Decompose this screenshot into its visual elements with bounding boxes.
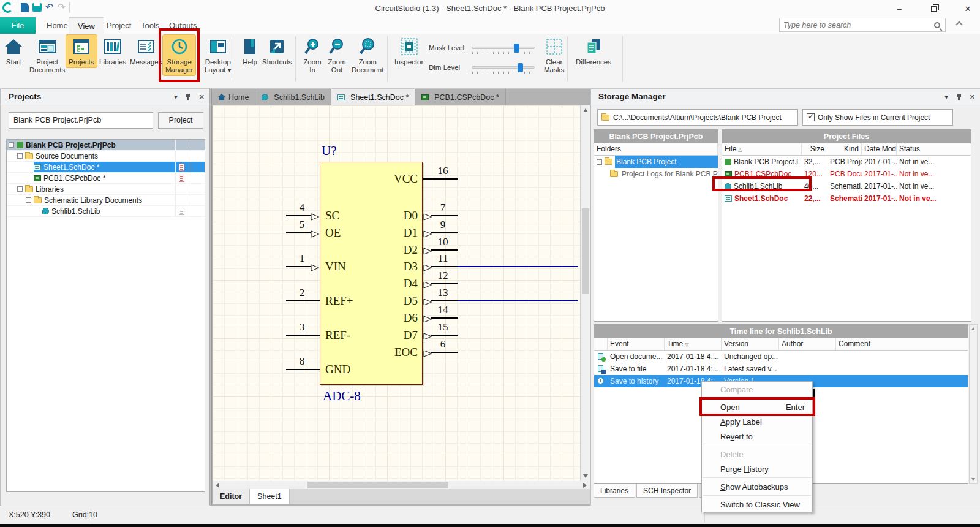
- column-kind[interactable]: Kind: [827, 143, 862, 155]
- tree-row[interactable]: Blank PCB Project.PrjPcb: [7, 140, 205, 151]
- pin-wire[interactable]: [286, 232, 312, 233]
- column-size[interactable]: Size: [802, 143, 827, 155]
- search-icon[interactable]: [934, 22, 940, 28]
- timeline-scrollbar[interactable]: [969, 324, 978, 484]
- menu-item-purge-history[interactable]: Purge History: [702, 461, 812, 476]
- net-wire[interactable]: [458, 266, 578, 267]
- project-path-bar[interactable]: C:\...\Documents\Altium\Projects\Blank P…: [597, 109, 798, 126]
- pin-wire[interactable]: [286, 300, 320, 301]
- expander-icon[interactable]: [26, 197, 31, 203]
- pin-wire[interactable]: [431, 215, 458, 216]
- tree-row[interactable]: Schlib1.SchLib: [7, 206, 205, 217]
- menu-item-apply-label[interactable]: Apply Label: [702, 414, 812, 429]
- panel-close-icon[interactable]: ✕: [199, 93, 205, 101]
- pin-wire[interactable]: [286, 215, 312, 216]
- pin-wire[interactable]: [431, 232, 458, 233]
- file-row[interactable]: Sheet1.SchDoc22,...Schemati...2017-01-..…: [722, 192, 971, 205]
- panel-close-icon[interactable]: ✕: [970, 93, 975, 101]
- scroll-down-icon[interactable]: [971, 478, 975, 481]
- tab-outputs[interactable]: Outputs: [160, 17, 206, 34]
- column-status[interactable]: Status: [897, 143, 955, 155]
- scroll-right-icon[interactable]: [583, 483, 587, 488]
- column-comment[interactable]: Comment: [836, 338, 968, 350]
- tree-row[interactable]: Source Documents: [7, 151, 205, 162]
- column-date-modified[interactable]: Date Mod...: [862, 143, 897, 155]
- file-row[interactable]: PCB1.CSPcbDoc120...PCB Docu...2017-01-..…: [722, 168, 971, 180]
- timeline-row[interactable]: Open docume...2017-01-18 4:...Unchanged …: [594, 351, 968, 363]
- tab-editor[interactable]: Editor: [213, 489, 250, 504]
- tab-file[interactable]: File: [0, 17, 36, 34]
- horizontal-scroll-thumb[interactable]: [307, 482, 448, 488]
- file-name-cell: Blank PCB Project.P...: [722, 156, 802, 168]
- scroll-down-icon[interactable]: [583, 474, 588, 478]
- column-version[interactable]: Version: [722, 338, 779, 350]
- restore-button[interactable]: [925, 2, 942, 15]
- tree-item-label: Source Documents: [36, 152, 98, 161]
- scroll-up-icon[interactable]: [971, 327, 975, 330]
- menu-item-show-autobackups[interactable]: Show Autobackups: [702, 479, 812, 494]
- close-button[interactable]: ✕: [959, 2, 976, 15]
- tree-row[interactable]: PCB1.CSPcbDoc *: [7, 173, 205, 184]
- folders-column-header[interactable]: Folders: [594, 143, 718, 155]
- project-dropdown-button[interactable]: Project: [158, 112, 203, 129]
- pin-wire[interactable]: [431, 266, 458, 267]
- column-author[interactable]: Author: [779, 338, 836, 350]
- checkbox-icon[interactable]: [807, 113, 815, 121]
- horizontal-scrollbar[interactable]: [213, 481, 590, 489]
- expander-icon[interactable]: [17, 186, 23, 192]
- document-tab-home[interactable]: Home: [212, 89, 255, 105]
- column-event[interactable]: Event: [608, 338, 665, 350]
- pin-wire[interactable]: [431, 352, 458, 353]
- net-wire[interactable]: [458, 300, 578, 301]
- timeline-row[interactable]: Save to file2017-01-18 4:...Latest saved…: [594, 363, 968, 375]
- column-time[interactable]: Time▽: [665, 338, 722, 350]
- pin-wire[interactable]: [286, 266, 312, 267]
- expander-icon[interactable]: [9, 142, 14, 148]
- minimize-button[interactable]: –: [891, 2, 908, 15]
- panel-menu-icon[interactable]: ▾: [174, 93, 178, 101]
- project-name-field[interactable]: Blank PCB Project.PrjPcb: [9, 112, 153, 129]
- collapse-ribbon-icon[interactable]: [956, 21, 962, 28]
- pin-wire[interactable]: [431, 283, 458, 284]
- column-file[interactable]: File△: [722, 143, 802, 155]
- pin-wire[interactable]: [431, 317, 458, 319]
- pin-wire[interactable]: [431, 249, 458, 251]
- pin-wire[interactable]: [431, 335, 458, 336]
- folder-icon[interactable]: [601, 115, 609, 121]
- pin-wire[interactable]: [431, 300, 458, 301]
- panel-pin-icon[interactable]: [187, 94, 189, 100]
- pin-wire[interactable]: [423, 178, 458, 180]
- tab-sheet1[interactable]: Sheet1: [250, 489, 290, 504]
- search-box[interactable]: [779, 18, 946, 32]
- tree-row[interactable]: Schematic Library Documents: [7, 195, 205, 206]
- expander-icon[interactable]: [597, 159, 602, 165]
- search-input[interactable]: [780, 21, 934, 29]
- designator-label: U?: [322, 143, 337, 159]
- menu-item-revert-to[interactable]: Revert to: [702, 429, 812, 444]
- panel-menu-icon[interactable]: ▾: [944, 93, 948, 101]
- document-tab-schlib1-schlib[interactable]: Schlib1.SchLib: [255, 89, 331, 105]
- menu-item-open[interactable]: OpenEnter: [702, 400, 812, 414]
- only-show-files-checkbox[interactable]: Only Show Files in Current Project: [802, 109, 953, 126]
- expander-icon[interactable]: [17, 153, 23, 159]
- folder-item[interactable]: Blank PCB Project: [594, 156, 718, 168]
- scroll-up-icon[interactable]: [583, 108, 588, 112]
- pin-wire[interactable]: [286, 369, 320, 370]
- file-row[interactable]: Blank PCB Project.P...32,...PCB Proje...…: [722, 156, 971, 168]
- panel-tab-sch-inspector[interactable]: SCH Inspector: [636, 484, 698, 498]
- menu-item-switch-to-classic-view[interactable]: Switch to Classic View: [702, 497, 812, 512]
- schematic-canvas[interactable]: U? 4SC5OE1VIN2REF+3REF-8GND16VCC7D09D110…: [213, 105, 581, 481]
- file-row[interactable]: Schlib1.SchLib40...Schemati...2017-01-..…: [722, 180, 971, 192]
- panel-pin-icon[interactable]: [958, 94, 960, 100]
- folder-item[interactable]: Project Logs for Blank PCB P: [594, 168, 718, 180]
- tree-row[interactable]: Sheet1.SchDoc *: [7, 162, 205, 173]
- document-tab-sheet1-schdoc-[interactable]: Sheet1.SchDoc *: [331, 89, 415, 105]
- pin-number: 12: [428, 270, 458, 282]
- panel-tab-libraries[interactable]: Libraries: [594, 484, 635, 498]
- scroll-left-icon[interactable]: [216, 483, 219, 488]
- document-tab-pcb1-cspcbdoc-[interactable]: PCB1.CSPcbDoc *: [415, 89, 506, 105]
- vertical-scroll-thumb[interactable]: [582, 208, 589, 294]
- vertical-scrollbar[interactable]: [580, 105, 590, 481]
- tree-row[interactable]: Libraries: [7, 184, 205, 195]
- pin-wire[interactable]: [286, 335, 320, 336]
